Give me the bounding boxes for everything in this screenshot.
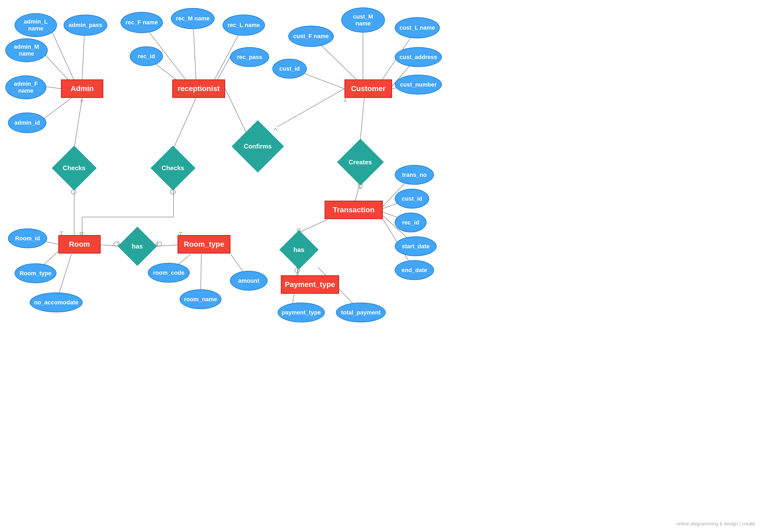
attr-trans-end: end_date <box>395 260 434 280</box>
attr-cust-mname: cust_M name <box>341 7 385 33</box>
svg-line-17 <box>277 89 344 127</box>
attr-payment-type: payment_type <box>277 303 325 322</box>
rel-creates: Creates <box>339 140 382 184</box>
watermark: online diagramming & design | create <box>676 521 755 527</box>
attr-trans-no: trans_no <box>395 165 434 185</box>
rel-confirms: Confirms <box>233 122 282 171</box>
attr-rec-fname: rec_F name <box>121 12 163 33</box>
entity-admin: Admin <box>61 79 103 98</box>
attr-cust-number: cust_number <box>395 75 442 95</box>
svg-line-24 <box>360 98 364 140</box>
attr-trans-cust-id: cust_id <box>395 189 429 209</box>
svg-line-56 <box>156 241 158 244</box>
attr-admin-pass: admin_pass <box>63 15 107 36</box>
rel-room-has: has <box>119 227 156 265</box>
entity-room: Room <box>58 235 101 254</box>
attr-amount: amount <box>230 271 268 291</box>
attr-admin-id: admin_id <box>8 113 47 133</box>
diagram: Admin receptionist Customer Room Room_ty… <box>0 0 763 532</box>
attr-trans-start: start_date <box>395 236 437 256</box>
attr-room-type: Room_type <box>15 263 56 283</box>
svg-line-8 <box>193 29 196 79</box>
svg-line-43 <box>81 99 82 102</box>
svg-point-55 <box>114 242 118 246</box>
attr-cust-fname: cust_F name <box>288 26 334 47</box>
attr-no-accomodate: no_accomodate <box>30 293 83 312</box>
attr-cust-address: cust_address <box>395 47 442 67</box>
entity-customer: Customer <box>344 79 392 98</box>
attr-admin-fname: admin_F name <box>5 75 47 99</box>
rel-rec-checks: Checks <box>152 147 194 189</box>
entity-room-type: Room_type <box>177 235 231 254</box>
attr-rec-lname: rec_L name <box>223 15 265 36</box>
svg-line-0 <box>49 25 75 83</box>
attr-total-payment: total_payment <box>336 303 386 322</box>
attr-rec-mname: rec_M name <box>171 8 215 29</box>
svg-line-25 <box>355 183 360 201</box>
entity-transaction: Transaction <box>325 201 383 219</box>
entity-payment-type: Payment_type <box>281 275 339 294</box>
attr-admin-lname: admin_L name <box>15 13 57 37</box>
attr-cust-lname: cust_L name <box>395 17 440 39</box>
svg-point-58 <box>158 242 162 246</box>
attr-room-id: Room_id <box>8 228 47 248</box>
attr-admin-mname: admin_M name <box>5 39 48 62</box>
svg-line-12 <box>173 98 196 148</box>
attr-rec-id: rec_id <box>130 46 163 66</box>
attr-trans-rec-id: rec_id <box>395 213 427 232</box>
attr-room-code: room_code <box>148 263 190 283</box>
rel-admin-checks: Checks <box>53 147 95 189</box>
svg-line-44 <box>82 99 83 102</box>
attr-cust-id: cust_id <box>272 59 307 79</box>
svg-line-35 <box>155 245 180 246</box>
attr-room-name: room_name <box>180 289 221 309</box>
attr-rec-pass: rec_pass <box>230 47 269 67</box>
rel-trans-has: has <box>280 231 317 268</box>
entity-receptionist: receptionist <box>172 79 225 98</box>
svg-line-5 <box>74 98 82 148</box>
